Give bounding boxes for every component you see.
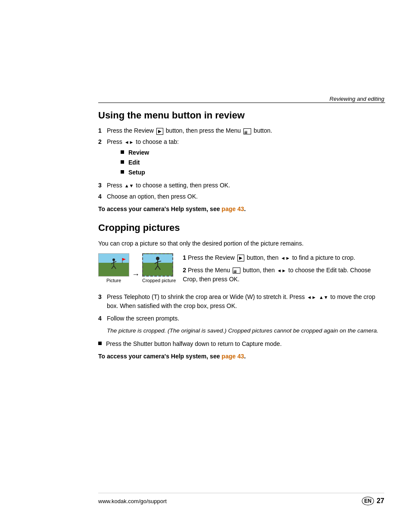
help-link-1: To access your camera's Help system, see… — [98, 205, 384, 214]
tab-review-label: Review — [128, 148, 149, 157]
cropped-label: Cropped picture — [142, 278, 176, 283]
step-1-num: 1 — [98, 126, 107, 135]
crop-step-2-num: 2 — [183, 267, 188, 274]
help-link-page-1[interactable]: page 43 — [221, 205, 244, 212]
menu-icon: ≡ — [243, 128, 251, 134]
help-link-2: To access your camera's Help system, see… — [98, 352, 384, 361]
crop-step-3: 3 Press Telephoto (T) to shrink the crop… — [98, 292, 384, 311]
tab-list: Review Edit Setup — [121, 148, 384, 177]
cropped-picture — [142, 253, 173, 277]
image-panel: Picture → — [98, 253, 176, 287]
cropped-image-wrapper: Cropped picture — [142, 253, 176, 283]
crop-step-2: 2 Press the Menu ≡ button, then ◄► to ch… — [183, 266, 384, 284]
crop-step-4-text: Follow the screen prompts. — [107, 314, 179, 323]
main-content: Using the menu button in review 1 Press … — [98, 110, 384, 370]
step-3-num: 3 — [98, 181, 107, 190]
original-image-wrapper: Picture — [98, 253, 129, 283]
step-4-num: 4 — [98, 192, 107, 201]
tab-edit-label: Edit — [128, 158, 140, 167]
tab-setup-label: Setup — [128, 168, 145, 177]
footer: www.kodak.com/go/support EN 27 — [98, 493, 384, 505]
original-picture — [98, 253, 129, 277]
section-cropping: Cropping pictures You can crop a picture… — [98, 222, 384, 361]
page-number: 27 — [377, 497, 384, 505]
help-text-1: To access your camera's Help system, see — [98, 205, 221, 212]
tab-review: Review — [121, 148, 384, 157]
lr-icon-2: ◄► — [281, 255, 290, 262]
crop-step-3-text: Press Telephoto (T) to shrink the crop a… — [107, 292, 384, 311]
step-1: 1 Press the Review ▶ button, then press … — [98, 126, 384, 135]
svg-point-12 — [156, 257, 159, 260]
step-3: 3 Press ▲▼ to choose a setting, then pre… — [98, 181, 384, 190]
crop-step-1: 1 Press the Review ▶ button, then ◄► to … — [183, 253, 384, 262]
page: Reviewing and editing Using the menu but… — [0, 0, 411, 532]
section-menu-review: Using the menu button in review 1 Press … — [98, 110, 384, 214]
step-2-num: 2 — [98, 137, 107, 179]
en-badge: EN — [362, 497, 374, 505]
help-link-page-2[interactable]: page 43 — [221, 353, 244, 360]
cropping-body: Picture → — [98, 253, 384, 287]
lr-icon-3: ◄► — [277, 267, 286, 274]
crop-step-1-text: Press the Review ▶ button, then ◄► to fi… — [188, 254, 355, 261]
lr-icon-4: ◄► — [307, 294, 316, 301]
full-steps: 3 Press Telephoto (T) to shrink the crop… — [98, 292, 384, 323]
review-icon-2: ▶ — [237, 255, 244, 261]
step-4: 4 Choose an option, then press OK. — [98, 192, 384, 201]
crop-step-3-num: 3 — [98, 292, 107, 311]
header-rule — [98, 103, 385, 103]
original-label: Picture — [106, 278, 121, 283]
arrow-right-icon: → — [132, 270, 140, 279]
review-icon: ▶ — [156, 128, 163, 135]
step-1-text: Press the Review ▶ button, then press th… — [107, 126, 384, 135]
bullet-sq-icon — [98, 342, 102, 345]
step-2: 2 Press ◄► to choose a tab: Review Edit — [98, 137, 384, 179]
help-end-2: . — [244, 353, 246, 360]
step-3-text: Press ▲▼ to choose a setting, then press… — [107, 181, 384, 190]
section2-title: Cropping pictures — [98, 222, 384, 233]
ud-icon: ▲▼ — [125, 182, 134, 190]
tab-edit: Edit — [121, 158, 384, 167]
shutter-text: Press the Shutter button halfway down to… — [106, 339, 282, 348]
help-text-2: To access your camera's Help system, see — [98, 353, 221, 360]
golf-svg — [99, 254, 129, 276]
crop-step-4: 4 Follow the screen prompts. — [98, 314, 384, 323]
shutter-bullet: Press the Shutter button halfway down to… — [98, 339, 384, 348]
step-2-text: Press ◄► to choose a tab: Review Edit — [107, 137, 384, 179]
svg-point-2 — [112, 258, 115, 261]
footer-page: EN 27 — [362, 497, 384, 505]
bullet-icon — [121, 170, 124, 174]
menu-icon-2: ≡ — [233, 268, 240, 274]
tab-setup: Setup — [121, 168, 384, 177]
section1-title: Using the menu button in review — [98, 110, 384, 121]
footer-url: www.kodak.com/go/support — [98, 498, 167, 504]
cropping-intro: You can crop a picture so that only the … — [98, 239, 384, 248]
help-end-1: . — [244, 205, 246, 212]
steps-list: 1 Press the Review ▶ button, then press … — [98, 126, 384, 201]
cropped-steps: 1 Press the Review ▶ button, then ◄► to … — [183, 253, 384, 287]
lr-icon: ◄► — [125, 139, 134, 146]
crop-step-4-num: 4 — [98, 314, 107, 323]
bullet-icon — [121, 160, 124, 164]
step-4-text: Choose an option, then press OK. — [107, 192, 384, 201]
italic-note: The picture is cropped. (The original is… — [107, 327, 384, 335]
crop-step-2-text: Press the Menu ≡ button, then ◄► to choo… — [183, 267, 371, 283]
crop-step-1-num: 1 — [183, 254, 188, 261]
page-section-label: Reviewing and editing — [330, 96, 384, 102]
bullet-icon — [121, 150, 124, 154]
ud-icon-2: ▲▼ — [319, 294, 328, 301]
cropped-golf-svg — [143, 254, 172, 276]
